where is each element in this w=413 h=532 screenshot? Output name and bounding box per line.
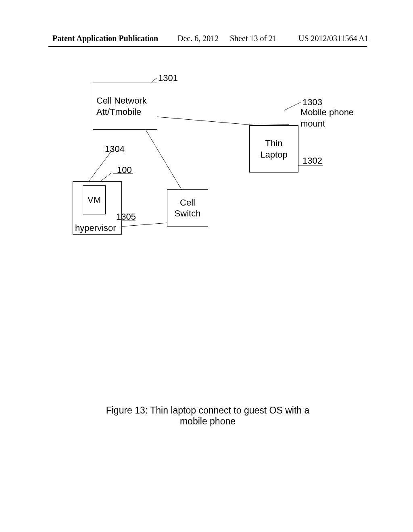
- vm-text: VM: [88, 194, 101, 206]
- ref-1301: 1301: [158, 73, 178, 84]
- ref-1305: 1305: [116, 211, 136, 222]
- page: Patent Application Publication Dec. 6, 2…: [0, 0, 413, 532]
- figure-caption-line1: Figure 13: Thin laptop connect to guest …: [95, 405, 321, 416]
- document-number: US 2012/0311564 A1: [298, 34, 369, 43]
- diagram-lines: [0, 0, 413, 532]
- cell-network-text: Cell Network Att/Tmobile: [96, 95, 147, 117]
- hypervisor-label: hypervisor: [75, 222, 116, 234]
- thin-laptop-box: Thin Laptop: [249, 125, 298, 172]
- header-rule: [48, 46, 367, 47]
- ref-1304: 1304: [105, 143, 125, 155]
- figure-caption-line2: mobile phone: [95, 416, 321, 427]
- publication-label: Patent Application Publication: [52, 34, 158, 43]
- ref-1302: 1302: [302, 155, 322, 166]
- cell-switch-box: Cell Switch: [167, 189, 208, 227]
- svg-line-1: [153, 116, 257, 125]
- mobile-phone-mount-label: Mobile phone mount: [300, 107, 354, 129]
- ref-100: 100: [117, 164, 132, 176]
- vm-box: VM: [83, 185, 106, 214]
- ref-1303: 1303: [302, 97, 322, 108]
- sheet-number: Sheet 13 of 21: [230, 34, 277, 43]
- thin-laptop-text: Thin Laptop: [260, 138, 287, 160]
- publication-date: Dec. 6, 2012: [177, 34, 219, 43]
- svg-line-7: [121, 223, 167, 227]
- figure-caption: Figure 13: Thin laptop connect to guest …: [95, 405, 321, 427]
- svg-line-4: [145, 129, 181, 189]
- cell-switch-text: Cell Switch: [175, 197, 201, 219]
- svg-line-2: [284, 102, 300, 110]
- cell-network-box: Cell Network Att/Tmobile: [93, 83, 157, 130]
- svg-line-0: [151, 78, 156, 83]
